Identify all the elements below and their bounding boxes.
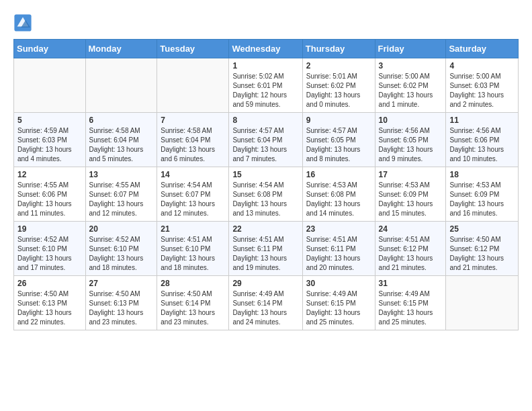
day-number: 17 bbox=[379, 170, 443, 179]
day-number: 23 bbox=[306, 224, 371, 234]
day-info: Sunrise: 4:54 AM Sunset: 6:08 PM Dayligh… bbox=[232, 181, 298, 218]
day-info: Sunrise: 4:51 AM Sunset: 6:10 PM Dayligh… bbox=[161, 235, 225, 273]
day-header-friday: Friday bbox=[375, 40, 446, 58]
calendar-header-row: SundayMondayTuesdayWednesdayThursdayFrid… bbox=[14, 40, 519, 58]
day-number: 18 bbox=[449, 170, 515, 179]
day-info: Sunrise: 5:00 AM Sunset: 6:02 PM Dayligh… bbox=[379, 72, 443, 109]
calendar-cell: 17Sunrise: 4:53 AM Sunset: 6:09 PM Dayli… bbox=[375, 167, 446, 222]
day-number: 3 bbox=[379, 61, 443, 71]
calendar-cell: 14Sunrise: 4:54 AM Sunset: 6:07 PM Dayli… bbox=[157, 167, 229, 222]
calendar-cell: 19Sunrise: 4:52 AM Sunset: 6:10 PM Dayli… bbox=[14, 222, 86, 276]
calendar-cell: 11Sunrise: 4:56 AM Sunset: 6:06 PM Dayli… bbox=[446, 113, 519, 167]
calendar-cell: 26Sunrise: 4:50 AM Sunset: 6:13 PM Dayli… bbox=[14, 276, 86, 330]
calendar-cell: 12Sunrise: 4:55 AM Sunset: 6:06 PM Dayli… bbox=[14, 167, 86, 222]
day-number: 6 bbox=[89, 116, 154, 125]
calendar-cell: 7Sunrise: 4:58 AM Sunset: 6:04 PM Daylig… bbox=[157, 113, 229, 167]
day-number: 2 bbox=[306, 61, 371, 71]
calendar-cell: 2Sunrise: 5:01 AM Sunset: 6:02 PM Daylig… bbox=[302, 58, 375, 113]
day-header-monday: Monday bbox=[85, 40, 157, 58]
calendar-cell bbox=[14, 58, 86, 113]
calendar-cell bbox=[446, 276, 519, 330]
day-number: 8 bbox=[232, 116, 298, 125]
calendar-cell: 13Sunrise: 4:55 AM Sunset: 6:07 PM Dayli… bbox=[85, 167, 157, 222]
day-number: 5 bbox=[17, 116, 82, 125]
day-number: 7 bbox=[161, 116, 225, 125]
day-info: Sunrise: 4:49 AM Sunset: 6:15 PM Dayligh… bbox=[306, 289, 371, 327]
day-number: 20 bbox=[89, 224, 154, 234]
calendar-cell: 16Sunrise: 4:53 AM Sunset: 6:08 PM Dayli… bbox=[302, 167, 375, 222]
day-number: 1 bbox=[232, 61, 298, 71]
calendar-cell: 20Sunrise: 4:52 AM Sunset: 6:10 PM Dayli… bbox=[85, 222, 157, 276]
day-info: Sunrise: 4:50 AM Sunset: 6:13 PM Dayligh… bbox=[17, 289, 82, 327]
page-header bbox=[13, 13, 519, 32]
day-info: Sunrise: 4:50 AM Sunset: 6:14 PM Dayligh… bbox=[161, 289, 225, 327]
day-number: 13 bbox=[89, 170, 154, 179]
day-number: 29 bbox=[232, 279, 298, 288]
day-info: Sunrise: 4:57 AM Sunset: 6:05 PM Dayligh… bbox=[306, 126, 371, 164]
day-info: Sunrise: 4:53 AM Sunset: 6:09 PM Dayligh… bbox=[379, 181, 443, 218]
calendar-cell: 18Sunrise: 4:53 AM Sunset: 6:09 PM Dayli… bbox=[446, 167, 519, 222]
calendar-week-3: 12Sunrise: 4:55 AM Sunset: 6:06 PM Dayli… bbox=[14, 167, 519, 222]
day-info: Sunrise: 4:49 AM Sunset: 6:14 PM Dayligh… bbox=[232, 289, 298, 327]
day-number: 14 bbox=[161, 170, 225, 179]
day-info: Sunrise: 4:53 AM Sunset: 6:09 PM Dayligh… bbox=[449, 181, 515, 218]
calendar-week-4: 19Sunrise: 4:52 AM Sunset: 6:10 PM Dayli… bbox=[14, 222, 519, 276]
calendar-cell: 9Sunrise: 4:57 AM Sunset: 6:05 PM Daylig… bbox=[302, 113, 375, 167]
day-number: 15 bbox=[232, 170, 298, 179]
day-number: 12 bbox=[17, 170, 82, 179]
day-header-saturday: Saturday bbox=[446, 40, 519, 58]
day-info: Sunrise: 4:58 AM Sunset: 6:04 PM Dayligh… bbox=[161, 126, 225, 164]
day-number: 10 bbox=[379, 116, 443, 125]
day-number: 27 bbox=[89, 279, 154, 288]
day-info: Sunrise: 5:02 AM Sunset: 6:01 PM Dayligh… bbox=[232, 72, 298, 109]
calendar-cell: 5Sunrise: 4:59 AM Sunset: 6:03 PM Daylig… bbox=[14, 113, 86, 167]
calendar-cell: 23Sunrise: 4:51 AM Sunset: 6:11 PM Dayli… bbox=[302, 222, 375, 276]
calendar-cell: 8Sunrise: 4:57 AM Sunset: 6:04 PM Daylig… bbox=[229, 113, 302, 167]
day-number: 26 bbox=[17, 279, 82, 288]
day-info: Sunrise: 4:53 AM Sunset: 6:08 PM Dayligh… bbox=[306, 181, 371, 218]
day-number: 19 bbox=[17, 224, 82, 234]
day-info: Sunrise: 5:01 AM Sunset: 6:02 PM Dayligh… bbox=[306, 72, 371, 109]
day-number: 25 bbox=[449, 224, 515, 234]
day-info: Sunrise: 4:51 AM Sunset: 6:12 PM Dayligh… bbox=[379, 235, 443, 273]
day-number: 9 bbox=[306, 116, 371, 125]
calendar-week-2: 5Sunrise: 4:59 AM Sunset: 6:03 PM Daylig… bbox=[14, 113, 519, 167]
day-info: Sunrise: 4:54 AM Sunset: 6:07 PM Dayligh… bbox=[161, 181, 225, 218]
day-info: Sunrise: 4:55 AM Sunset: 6:07 PM Dayligh… bbox=[89, 181, 154, 218]
calendar-cell: 4Sunrise: 5:00 AM Sunset: 6:03 PM Daylig… bbox=[446, 58, 519, 113]
calendar-cell: 10Sunrise: 4:56 AM Sunset: 6:05 PM Dayli… bbox=[375, 113, 446, 167]
day-header-wednesday: Wednesday bbox=[229, 40, 302, 58]
logo-icon bbox=[13, 13, 32, 32]
day-header-thursday: Thursday bbox=[302, 40, 375, 58]
day-number: 30 bbox=[306, 279, 371, 288]
calendar-cell: 31Sunrise: 4:49 AM Sunset: 6:15 PM Dayli… bbox=[375, 276, 446, 330]
calendar-cell: 29Sunrise: 4:49 AM Sunset: 6:14 PM Dayli… bbox=[229, 276, 302, 330]
day-info: Sunrise: 4:59 AM Sunset: 6:03 PM Dayligh… bbox=[17, 126, 82, 164]
day-number: 11 bbox=[449, 116, 515, 125]
day-info: Sunrise: 4:56 AM Sunset: 6:05 PM Dayligh… bbox=[379, 126, 443, 164]
day-header-sunday: Sunday bbox=[14, 40, 86, 58]
calendar-cell: 28Sunrise: 4:50 AM Sunset: 6:14 PM Dayli… bbox=[157, 276, 229, 330]
day-number: 4 bbox=[449, 61, 515, 71]
day-number: 16 bbox=[306, 170, 371, 179]
calendar-cell: 25Sunrise: 4:50 AM Sunset: 6:12 PM Dayli… bbox=[446, 222, 519, 276]
calendar-cell: 24Sunrise: 4:51 AM Sunset: 6:12 PM Dayli… bbox=[375, 222, 446, 276]
calendar-cell: 1Sunrise: 5:02 AM Sunset: 6:01 PM Daylig… bbox=[229, 58, 302, 113]
day-info: Sunrise: 5:00 AM Sunset: 6:03 PM Dayligh… bbox=[449, 72, 515, 109]
day-number: 28 bbox=[161, 279, 225, 288]
day-info: Sunrise: 4:50 AM Sunset: 6:13 PM Dayligh… bbox=[89, 289, 154, 327]
day-info: Sunrise: 4:55 AM Sunset: 6:06 PM Dayligh… bbox=[17, 181, 82, 218]
day-info: Sunrise: 4:56 AM Sunset: 6:06 PM Dayligh… bbox=[449, 126, 515, 164]
calendar-cell bbox=[85, 58, 157, 113]
calendar-cell: 21Sunrise: 4:51 AM Sunset: 6:10 PM Dayli… bbox=[157, 222, 229, 276]
day-info: Sunrise: 4:51 AM Sunset: 6:11 PM Dayligh… bbox=[306, 235, 371, 273]
calendar-cell: 3Sunrise: 5:00 AM Sunset: 6:02 PM Daylig… bbox=[375, 58, 446, 113]
calendar-cell: 15Sunrise: 4:54 AM Sunset: 6:08 PM Dayli… bbox=[229, 167, 302, 222]
day-number: 22 bbox=[232, 224, 298, 234]
calendar-cell: 27Sunrise: 4:50 AM Sunset: 6:13 PM Dayli… bbox=[85, 276, 157, 330]
day-header-tuesday: Tuesday bbox=[157, 40, 229, 58]
calendar-cell: 6Sunrise: 4:58 AM Sunset: 6:04 PM Daylig… bbox=[85, 113, 157, 167]
calendar-table: SundayMondayTuesdayWednesdayThursdayFrid… bbox=[13, 39, 519, 330]
day-info: Sunrise: 4:51 AM Sunset: 6:11 PM Dayligh… bbox=[232, 235, 298, 273]
calendar-week-5: 26Sunrise: 4:50 AM Sunset: 6:13 PM Dayli… bbox=[14, 276, 519, 330]
